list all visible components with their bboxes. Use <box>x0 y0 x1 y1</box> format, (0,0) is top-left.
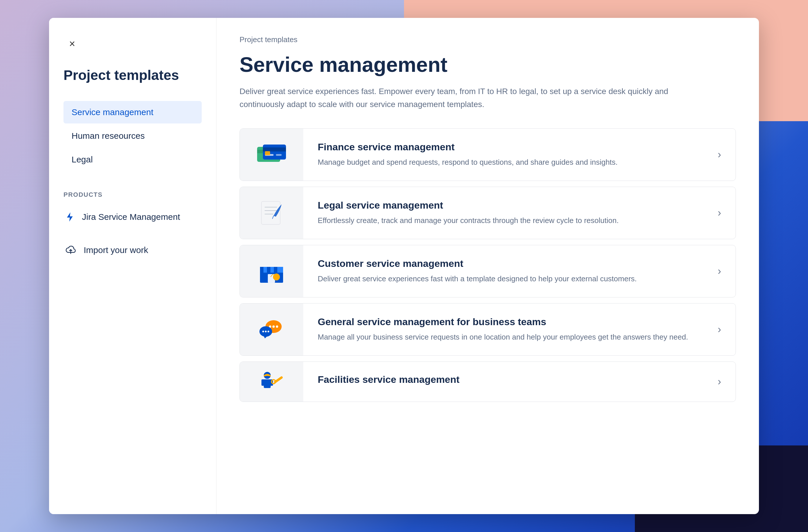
main-content: Project templates Service management Del… <box>217 18 759 514</box>
template-info-finance: Finance service management Manage budget… <box>303 130 703 180</box>
template-card-finance[interactable]: Finance service management Manage budget… <box>240 128 736 181</box>
svg-rect-7 <box>276 154 282 156</box>
sidebar-nav-item-legal[interactable]: Legal <box>63 148 202 171</box>
template-name-customer: Customer service management <box>318 258 689 269</box>
template-icon-legal <box>240 187 303 239</box>
chevron-right-general: › <box>703 324 736 335</box>
svg-rect-35 <box>261 379 265 386</box>
sidebar-nav-item-service-management[interactable]: Service management <box>63 101 202 124</box>
product-label: Jira Service Management <box>82 212 180 222</box>
template-icon-finance <box>240 129 303 181</box>
template-info-customer: Customer service management Deliver grea… <box>303 246 703 296</box>
import-label: Import your work <box>84 245 148 255</box>
svg-point-27 <box>272 326 275 328</box>
template-name-finance: Finance service management <box>318 141 689 153</box>
chevron-right-finance: › <box>703 149 736 161</box>
svg-rect-19 <box>267 267 270 273</box>
svg-rect-8 <box>265 151 270 155</box>
template-list: Finance service management Manage budget… <box>240 128 736 402</box>
template-card-general[interactable]: General service management for business … <box>240 303 736 356</box>
template-desc-finance: Manage budget and spend requests, respon… <box>318 157 689 168</box>
svg-marker-0 <box>67 212 73 222</box>
upload-cloud-icon <box>63 243 78 257</box>
template-info-legal: Legal service management Effortlessly cr… <box>303 188 703 238</box>
template-card-customer[interactable]: Customer service management Deliver grea… <box>240 245 736 297</box>
svg-rect-5 <box>263 147 286 151</box>
template-desc-customer: Deliver great service experiences fast w… <box>318 273 689 285</box>
svg-rect-21 <box>274 267 277 273</box>
svg-rect-20 <box>270 267 274 273</box>
jira-service-management-item[interactable]: Jira Service Management <box>63 205 202 228</box>
template-info-facilities: Facilities service management <box>303 362 703 401</box>
template-desc-legal: Effortlessly create, track and manage yo… <box>318 215 689 226</box>
chevron-right-customer: › <box>703 265 736 277</box>
page-description: Deliver great service experiences fast. … <box>240 85 701 111</box>
template-name-facilities: Facilities service management <box>318 374 689 385</box>
svg-rect-17 <box>260 267 263 273</box>
svg-rect-22 <box>277 267 283 273</box>
template-card-legal[interactable]: Legal service management Effortlessly cr… <box>240 187 736 239</box>
template-icon-general <box>240 304 303 355</box>
template-name-legal: Legal service management <box>318 200 689 211</box>
svg-point-30 <box>262 331 264 332</box>
sidebar-nav: Service managementHuman reseourcesLegal <box>63 101 202 171</box>
svg-rect-18 <box>263 267 267 273</box>
template-icon-facilities <box>240 362 303 402</box>
modal-container: × Project templates Service managementHu… <box>49 18 759 514</box>
import-work-item[interactable]: Import your work <box>63 243 202 257</box>
sidebar-title: Project templates <box>63 67 202 84</box>
chevron-right-legal: › <box>703 207 736 219</box>
template-desc-general: Manage all your business service request… <box>318 331 689 343</box>
sidebar-nav-item-human-resources[interactable]: Human reseources <box>63 125 202 147</box>
template-icon-customer <box>240 245 303 297</box>
sidebar: × Project templates Service managementHu… <box>49 18 217 514</box>
svg-point-32 <box>268 331 269 332</box>
jira-bolt-icon <box>63 210 76 223</box>
page-title: Service management <box>240 53 736 76</box>
svg-point-24 <box>273 274 280 280</box>
template-card-facilities[interactable]: Facilities service management › <box>240 362 736 402</box>
template-info-general: General service management for business … <box>303 305 703 354</box>
chevron-right-facilities: › <box>703 375 736 388</box>
breadcrumb: Project templates <box>240 35 736 44</box>
svg-point-31 <box>265 331 267 332</box>
products-section-label: PRODUCTS <box>63 191 202 199</box>
close-button[interactable]: × <box>63 35 81 53</box>
svg-point-28 <box>276 326 278 328</box>
template-name-general: General service management for business … <box>318 316 689 328</box>
